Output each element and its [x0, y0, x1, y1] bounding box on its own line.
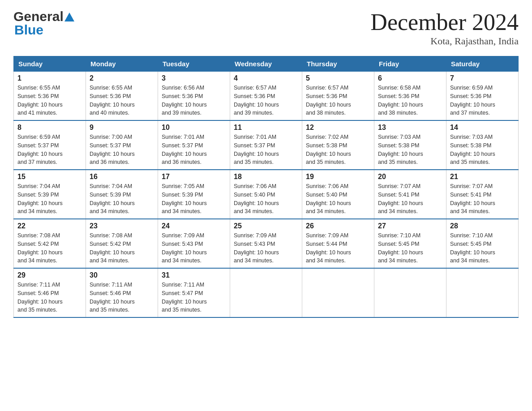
day-info: Sunrise: 7:11 AMSunset: 5:46 PMDaylight:…	[90, 281, 154, 314]
table-row: 15Sunrise: 7:04 AMSunset: 5:39 PMDayligh…	[14, 170, 86, 219]
logo-blue-text: Blue	[14, 22, 43, 38]
day-number: 21	[450, 173, 515, 181]
logo-general-text: General	[13, 9, 64, 24]
page-subtitle: Kota, Rajasthan, India	[370, 35, 519, 47]
table-row: 19Sunrise: 7:06 AMSunset: 5:40 PMDayligh…	[302, 170, 374, 219]
day-number: 12	[306, 124, 370, 132]
day-info: Sunrise: 6:57 AMSunset: 5:36 PMDaylight:…	[306, 84, 370, 117]
day-info: Sunrise: 7:08 AMSunset: 5:42 PMDaylight:…	[17, 231, 82, 265]
logo-triangle-icon	[64, 13, 74, 21]
day-info: Sunrise: 6:57 AMSunset: 5:36 PMDaylight:…	[234, 84, 298, 117]
col-thursday: Thursday	[302, 56, 374, 72]
day-info: Sunrise: 6:56 AMSunset: 5:36 PMDaylight:…	[162, 84, 226, 117]
svg-marker-0	[64, 13, 74, 21]
table-row: 9Sunrise: 7:00 AMSunset: 5:37 PMDaylight…	[86, 120, 158, 170]
day-number: 18	[234, 173, 298, 181]
calendar-header-row: Sunday Monday Tuesday Wednesday Thursday…	[14, 56, 519, 72]
day-number: 2	[90, 74, 154, 82]
calendar-week-row: 29Sunrise: 7:11 AMSunset: 5:46 PMDayligh…	[14, 268, 519, 317]
day-number: 23	[90, 222, 154, 230]
day-number: 24	[162, 222, 226, 230]
table-row	[446, 268, 519, 317]
day-number: 11	[234, 124, 298, 132]
table-row: 25Sunrise: 7:09 AMSunset: 5:43 PMDayligh…	[230, 219, 302, 268]
day-number: 15	[17, 173, 82, 181]
table-row: 17Sunrise: 7:05 AMSunset: 5:39 PMDayligh…	[158, 170, 230, 219]
calendar-week-row: 22Sunrise: 7:08 AMSunset: 5:42 PMDayligh…	[14, 219, 519, 268]
day-info: Sunrise: 7:11 AMSunset: 5:47 PMDaylight:…	[162, 281, 226, 314]
table-row: 4Sunrise: 6:57 AMSunset: 5:36 PMDaylight…	[230, 72, 302, 121]
day-info: Sunrise: 7:02 AMSunset: 5:38 PMDaylight:…	[306, 133, 370, 167]
day-info: Sunrise: 7:01 AMSunset: 5:37 PMDaylight:…	[234, 133, 298, 167]
day-info: Sunrise: 6:59 AMSunset: 5:36 PMDaylight:…	[450, 84, 515, 117]
calendar-table: Sunday Monday Tuesday Wednesday Thursday…	[13, 56, 519, 318]
day-info: Sunrise: 6:55 AMSunset: 5:36 PMDaylight:…	[90, 84, 154, 117]
table-row: 31Sunrise: 7:11 AMSunset: 5:47 PMDayligh…	[158, 268, 230, 317]
table-row: 11Sunrise: 7:01 AMSunset: 5:37 PMDayligh…	[230, 120, 302, 170]
table-row: 16Sunrise: 7:04 AMSunset: 5:39 PMDayligh…	[86, 170, 158, 219]
day-info: Sunrise: 7:06 AMSunset: 5:40 PMDaylight:…	[306, 182, 370, 216]
table-row: 1Sunrise: 6:55 AMSunset: 5:36 PMDaylight…	[14, 72, 86, 121]
table-row	[230, 268, 302, 317]
title-block: December 2024 Kota, Rajasthan, India	[370, 9, 519, 47]
table-row	[302, 268, 374, 317]
day-number: 8	[17, 124, 82, 132]
day-info: Sunrise: 6:55 AMSunset: 5:36 PMDaylight:…	[17, 84, 82, 117]
table-row: 24Sunrise: 7:09 AMSunset: 5:43 PMDayligh…	[158, 219, 230, 268]
day-number: 28	[450, 222, 515, 230]
day-info: Sunrise: 7:10 AMSunset: 5:45 PMDaylight:…	[450, 231, 515, 265]
day-info: Sunrise: 7:09 AMSunset: 5:44 PMDaylight:…	[306, 231, 370, 265]
table-row: 18Sunrise: 7:06 AMSunset: 5:40 PMDayligh…	[230, 170, 302, 219]
table-row: 28Sunrise: 7:10 AMSunset: 5:45 PMDayligh…	[446, 219, 519, 268]
table-row: 26Sunrise: 7:09 AMSunset: 5:44 PMDayligh…	[302, 219, 374, 268]
col-tuesday: Tuesday	[158, 56, 230, 72]
day-number: 25	[234, 222, 298, 230]
day-info: Sunrise: 7:03 AMSunset: 5:38 PMDaylight:…	[378, 133, 442, 167]
day-number: 22	[17, 222, 82, 230]
day-info: Sunrise: 7:04 AMSunset: 5:39 PMDaylight:…	[90, 182, 154, 216]
day-number: 3	[162, 74, 226, 82]
day-info: Sunrise: 7:00 AMSunset: 5:37 PMDaylight:…	[90, 133, 154, 167]
day-info: Sunrise: 7:09 AMSunset: 5:43 PMDaylight:…	[162, 231, 226, 265]
calendar-week-row: 8Sunrise: 6:59 AMSunset: 5:37 PMDaylight…	[14, 120, 519, 170]
day-number: 17	[162, 173, 226, 181]
day-number: 13	[378, 124, 442, 132]
col-sunday: Sunday	[14, 56, 86, 72]
day-number: 29	[17, 271, 82, 279]
day-number: 4	[234, 74, 298, 82]
table-row: 27Sunrise: 7:10 AMSunset: 5:45 PMDayligh…	[374, 219, 446, 268]
table-row: 29Sunrise: 7:11 AMSunset: 5:46 PMDayligh…	[14, 268, 86, 317]
day-info: Sunrise: 7:07 AMSunset: 5:41 PMDaylight:…	[378, 182, 442, 216]
day-number: 16	[90, 173, 154, 181]
day-number: 30	[90, 271, 154, 279]
page-title: December 2024	[370, 9, 519, 35]
table-row: 6Sunrise: 6:58 AMSunset: 5:36 PMDaylight…	[374, 72, 446, 121]
day-info: Sunrise: 6:58 AMSunset: 5:36 PMDaylight:…	[378, 84, 442, 117]
day-info: Sunrise: 7:11 AMSunset: 5:46 PMDaylight:…	[17, 281, 82, 314]
calendar-week-row: 15Sunrise: 7:04 AMSunset: 5:39 PMDayligh…	[14, 170, 519, 219]
col-monday: Monday	[86, 56, 158, 72]
day-number: 14	[450, 124, 515, 132]
day-number: 27	[378, 222, 442, 230]
calendar-week-row: 1Sunrise: 6:55 AMSunset: 5:36 PMDaylight…	[14, 72, 519, 121]
day-number: 5	[306, 74, 370, 82]
day-number: 7	[450, 74, 515, 82]
logo: General Blue	[13, 9, 74, 38]
col-wednesday: Wednesday	[230, 56, 302, 72]
day-info: Sunrise: 7:09 AMSunset: 5:43 PMDaylight:…	[234, 231, 298, 265]
table-row: 30Sunrise: 7:11 AMSunset: 5:46 PMDayligh…	[86, 268, 158, 317]
table-row: 14Sunrise: 7:03 AMSunset: 5:38 PMDayligh…	[446, 120, 519, 170]
day-info: Sunrise: 7:10 AMSunset: 5:45 PMDaylight:…	[378, 231, 442, 265]
table-row: 7Sunrise: 6:59 AMSunset: 5:36 PMDaylight…	[446, 72, 519, 121]
day-info: Sunrise: 7:06 AMSunset: 5:40 PMDaylight:…	[234, 182, 298, 216]
table-row: 21Sunrise: 7:07 AMSunset: 5:41 PMDayligh…	[446, 170, 519, 219]
day-number: 26	[306, 222, 370, 230]
table-row: 20Sunrise: 7:07 AMSunset: 5:41 PMDayligh…	[374, 170, 446, 219]
day-number: 6	[378, 74, 442, 82]
table-row: 2Sunrise: 6:55 AMSunset: 5:36 PMDaylight…	[86, 72, 158, 121]
day-info: Sunrise: 7:03 AMSunset: 5:38 PMDaylight:…	[450, 133, 515, 167]
day-number: 20	[378, 173, 442, 181]
col-saturday: Saturday	[446, 56, 519, 72]
day-info: Sunrise: 7:08 AMSunset: 5:42 PMDaylight:…	[90, 231, 154, 265]
day-info: Sunrise: 7:01 AMSunset: 5:37 PMDaylight:…	[162, 133, 226, 167]
